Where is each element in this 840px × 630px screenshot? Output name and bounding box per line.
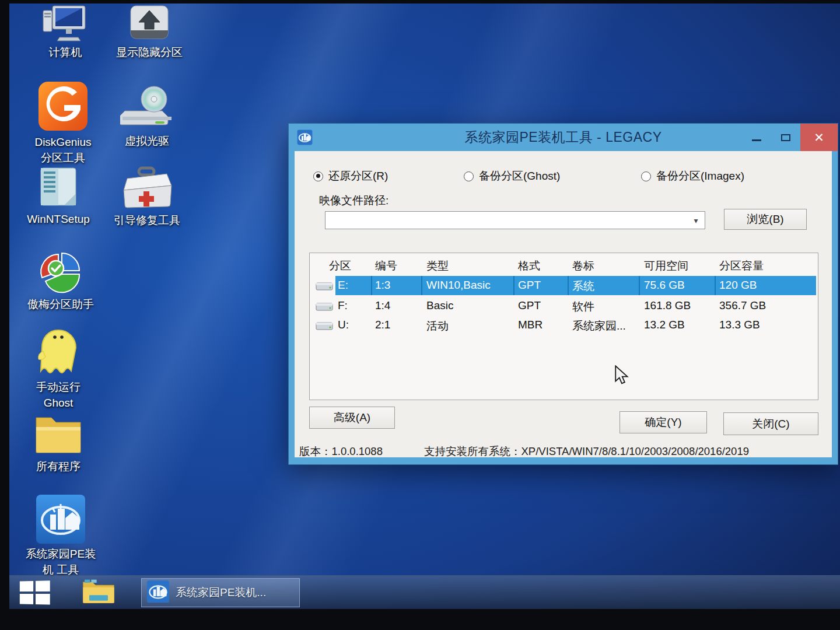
window-client-area: 还原分区(R) 备份分区(Ghost) 备份分区(Imagex) 映像文件路径:… — [295, 151, 832, 457]
chevron-down-icon[interactable]: ▾ — [687, 212, 705, 229]
desktop-icon-pe-tool[interactable]: 系统家园PE装 机 工具 — [13, 494, 108, 576]
radio-circle — [641, 172, 651, 181]
desktop-icon-run-ghost[interactable]: 手动运行 Ghost — [13, 328, 104, 410]
virtual-cd-icon — [102, 84, 192, 132]
column-header[interactable]: 卷标 — [572, 258, 594, 274]
ghost-icon — [13, 328, 104, 378]
cell-free: 75.6 GB — [644, 279, 685, 292]
desktop-icon-label: 计算机 — [20, 46, 111, 59]
minimize-button[interactable] — [742, 124, 771, 151]
advanced-button[interactable]: 高级(A) — [309, 407, 395, 429]
start-button[interactable] — [20, 580, 51, 606]
cell-volume: 系统家园... — [572, 318, 626, 334]
radio-circle — [313, 172, 323, 181]
desktop-icon-partition-assistant[interactable]: 傲梅分区助手 — [12, 251, 110, 311]
close-icon[interactable]: ✕ — [800, 124, 838, 151]
pe-tool-icon — [13, 494, 108, 545]
cell-number: 1:3 — [375, 279, 390, 292]
cell-partition: U: — [338, 318, 349, 331]
radio-backup-imagex[interactable]: 备份分区(Imagex) — [641, 169, 744, 184]
taskbar-item-pe-tool[interactable]: 系统家园PE装机... — [141, 578, 300, 607]
desktop-icon-all-programs[interactable]: 所有程序 — [13, 410, 104, 473]
desktop-icon-label: 傲梅分区助手 — [12, 298, 110, 311]
show-hidden-partitions-icon — [100, 5, 198, 43]
table-row[interactable]: F: 1:4 Basic GPT 软件 161.8 GB 356.7 GB — [310, 296, 818, 316]
desktop: 计算机 显示隐藏分区 DiskGenius 分区工具 — [9, 4, 840, 609]
cell-type: 活动 — [426, 318, 449, 334]
cell-format: GPT — [518, 299, 541, 312]
taskbar-item-label: 系统家园PE装机... — [176, 585, 266, 600]
radio-label: 备份分区(Imagex) — [656, 169, 744, 184]
file-explorer-button[interactable] — [78, 579, 119, 607]
desktop-icon-label-2: Ghost — [13, 396, 104, 410]
pe-installer-window: 系统家园PE装机工具 - LEGACY ✕ 还原分区(R) 备份分区(Ghost… — [288, 123, 838, 465]
desktop-icon-label-2: 分区工具 — [18, 151, 108, 164]
desktop-icon-computer[interactable]: 计算机 — [20, 5, 111, 59]
cell-volume: 系统 — [572, 279, 594, 294]
window-titlebar[interactable]: 系统家园PE装机工具 - LEGACY ✕ — [289, 124, 838, 151]
cell-volume: 软件 — [572, 299, 594, 314]
pe-tool-icon — [146, 580, 170, 606]
version-text: 版本：1.0.0.1088 — [299, 444, 383, 459]
boot-repair-icon — [97, 166, 197, 211]
drive-icon — [316, 319, 333, 334]
image-path-label: 映像文件路径: — [319, 193, 388, 208]
radio-circle — [464, 172, 474, 181]
desktop-icon-label: 引导修复工具 — [97, 214, 197, 227]
drive-icon — [316, 279, 333, 294]
desktop-icon-label: 所有程序 — [13, 460, 104, 473]
desktop-icon-show-hidden-partitions[interactable]: 显示隐藏分区 — [100, 5, 198, 59]
drive-icon — [316, 300, 333, 314]
cell-format: MBR — [518, 318, 542, 331]
cell-type: Basic — [426, 299, 453, 312]
radio-backup-ghost[interactable]: 备份分区(Ghost) — [464, 169, 560, 184]
table-row[interactable]: U: 2:1 活动 MBR 系统家园... 13.2 GB 13.3 GB — [310, 316, 818, 335]
desktop-icon-label: 手动运行 — [13, 380, 104, 394]
cell-type: WIN10,Basic — [426, 279, 491, 292]
radio-restore-partition[interactable]: 还原分区(R) — [313, 169, 388, 184]
column-header[interactable]: 分区容量 — [719, 258, 764, 274]
close-button[interactable]: 关闭(C) — [723, 412, 818, 435]
cell-partition: F: — [338, 299, 348, 312]
cell-capacity: 120 GB — [719, 279, 757, 292]
cell-number: 2:1 — [375, 318, 390, 331]
table-row[interactable]: E: 1:3 WIN10,Basic GPT 系统 75.6 GB 120 GB — [310, 276, 818, 295]
cell-partition: E: — [338, 279, 348, 292]
cell-number: 1:4 — [375, 299, 390, 312]
ok-button[interactable]: 确定(Y) — [620, 411, 707, 433]
radio-label: 还原分区(R) — [328, 169, 388, 184]
desktop-icon-label: WinNTSetup — [13, 212, 104, 226]
radio-label: 备份分区(Ghost) — [479, 169, 560, 184]
desktop-icon-label: 显示隐藏分区 — [100, 46, 198, 59]
browse-button[interactable]: 浏览(B) — [724, 209, 807, 230]
desktop-icon-label: DiskGenius — [18, 135, 108, 149]
column-header[interactable]: 编号 — [375, 258, 397, 274]
cell-free: 161.8 GB — [644, 299, 691, 312]
explorer-folder-icon — [80, 578, 117, 608]
column-header[interactable]: 可用空间 — [644, 258, 688, 274]
folder-icon — [13, 410, 104, 457]
partition-assistant-icon — [12, 251, 110, 295]
computer-icon — [20, 5, 111, 43]
partition-table: 分区 编号 类型 格式 卷标 可用空间 分区容量 E: 1 — [309, 253, 818, 400]
desktop-icon-winntsetup[interactable]: WinNTSetup — [13, 166, 104, 226]
desktop-icon-virtual-cd[interactable]: 虚拟光驱 — [102, 84, 192, 148]
desktop-icon-boot-repair[interactable]: 引导修复工具 — [97, 166, 197, 227]
cell-free: 13.2 GB — [644, 318, 685, 331]
image-path-combobox[interactable]: ▾ — [325, 211, 705, 229]
cell-format: GPT — [518, 279, 541, 292]
desktop-icon-diskgenius[interactable]: DiskGenius 分区工具 — [18, 80, 108, 164]
taskbar: 系统家园PE装机... — [9, 575, 840, 609]
desktop-icon-label: 系统家园PE装 — [13, 547, 108, 561]
column-header[interactable]: 分区 — [329, 258, 351, 274]
windows-logo-icon — [20, 581, 33, 592]
diskgenius-icon — [18, 80, 108, 133]
column-header[interactable]: 类型 — [426, 258, 449, 274]
cell-capacity: 356.7 GB — [719, 299, 766, 312]
maximize-button[interactable] — [771, 124, 800, 151]
column-header[interactable]: 格式 — [518, 258, 540, 274]
supported-systems-text: 支持安装所有系统：XP/VISTA/WIN7/8/8.1/10/2003/200… — [424, 444, 749, 459]
winntsetup-icon — [13, 166, 104, 210]
desktop-icon-label-2: 机 工具 — [13, 563, 108, 576]
cell-capacity: 13.3 GB — [719, 318, 760, 331]
